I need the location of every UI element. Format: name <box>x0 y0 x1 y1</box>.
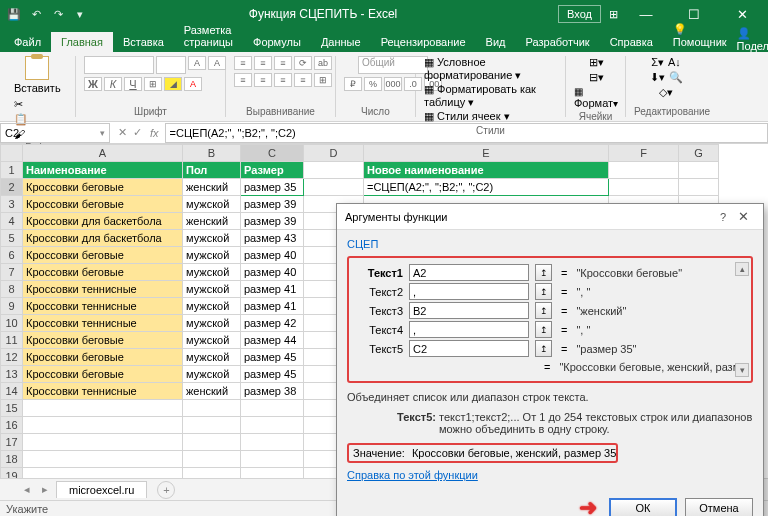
sheet-tab[interactable]: microexcel.ru <box>56 481 147 498</box>
cell-B8[interactable]: мужской <box>183 281 241 298</box>
format-table-button[interactable]: ▦ Форматировать как таблицу ▾ <box>424 83 557 109</box>
cell-B18[interactable] <box>183 451 241 468</box>
col-header-D[interactable]: D <box>304 145 364 162</box>
ribbon-options-icon[interactable]: ⊞ <box>609 8 618 21</box>
cell-G2[interactable] <box>679 179 719 196</box>
underline-button[interactable]: Ч <box>124 77 142 91</box>
row-header-16[interactable]: 16 <box>1 417 23 434</box>
cell-A13[interactable]: Кроссовки беговые <box>23 366 183 383</box>
font-select[interactable] <box>84 56 154 74</box>
dialog-close-icon[interactable]: ✕ <box>732 209 755 224</box>
cell-B2[interactable]: женский <box>183 179 241 196</box>
cancel-formula-icon[interactable]: ✕ <box>118 126 127 139</box>
cell-A7[interactable]: Кроссовки беговые <box>23 264 183 281</box>
cell-A12[interactable]: Кроссовки беговые <box>23 349 183 366</box>
sheet-nav-prev-icon[interactable]: ◂ <box>20 483 34 496</box>
cell-C5[interactable]: размер 43 <box>241 230 304 247</box>
arg-ref-button-3[interactable]: ↥ <box>535 321 552 338</box>
row-header-7[interactable]: 7 <box>1 264 23 281</box>
clear-icon[interactable]: ◇▾ <box>659 86 673 98</box>
row-header-12[interactable]: 12 <box>1 349 23 366</box>
dialog-help-icon[interactable]: ? <box>714 211 732 223</box>
cell-G1[interactable] <box>679 162 719 179</box>
cell-C11[interactable]: размер 44 <box>241 332 304 349</box>
cell-A14[interactable]: Кроссовки теннисные <box>23 383 183 400</box>
add-sheet-button[interactable]: + <box>157 481 175 499</box>
cell-A8[interactable]: Кроссовки теннисные <box>23 281 183 298</box>
row-header-4[interactable]: 4 <box>1 213 23 230</box>
fx-icon[interactable]: fx <box>150 127 165 139</box>
cell-C13[interactable]: размер 45 <box>241 366 304 383</box>
tab-insert[interactable]: Вставка <box>113 32 174 52</box>
args-scroll-up-icon[interactable]: ▴ <box>735 262 749 276</box>
percent-icon[interactable]: % <box>364 77 382 91</box>
font-color-button[interactable]: A <box>184 77 202 91</box>
row-header-13[interactable]: 13 <box>1 366 23 383</box>
cell-B14[interactable]: женский <box>183 383 241 400</box>
cell-A10[interactable]: Кроссовки теннисные <box>23 315 183 332</box>
row-header-10[interactable]: 10 <box>1 315 23 332</box>
cell-C10[interactable]: размер 42 <box>241 315 304 332</box>
minimize-button[interactable]: — <box>626 7 666 22</box>
formula-bar[interactable]: =СЦЕП(A2;", ";B2;", ";C2) <box>165 123 768 143</box>
row-header-6[interactable]: 6 <box>1 247 23 264</box>
tab-data[interactable]: Данные <box>311 32 371 52</box>
tab-view[interactable]: Вид <box>476 32 516 52</box>
tab-developer[interactable]: Разработчик <box>516 32 600 52</box>
ok-button[interactable]: ОК <box>609 498 677 517</box>
tab-file[interactable]: Файл <box>4 32 51 52</box>
share-button[interactable]: 👤 Поделиться <box>737 27 768 52</box>
arg-ref-button-2[interactable]: ↥ <box>535 302 552 319</box>
args-scroll-down-icon[interactable]: ▾ <box>735 363 749 377</box>
cell-C18[interactable] <box>241 451 304 468</box>
cell-C3[interactable]: размер 39 <box>241 196 304 213</box>
login-button[interactable]: Вход <box>558 5 601 23</box>
row-header-14[interactable]: 14 <box>1 383 23 400</box>
col-header-E[interactable]: E <box>364 145 609 162</box>
cell-B1[interactable]: Пол <box>183 162 241 179</box>
cell-C6[interactable]: размер 40 <box>241 247 304 264</box>
cell-C9[interactable]: размер 41 <box>241 298 304 315</box>
tab-layout[interactable]: Разметка страницы <box>174 20 243 52</box>
italic-button[interactable]: К <box>104 77 122 91</box>
sheet-nav-next-icon[interactable]: ▸ <box>38 483 52 496</box>
enter-formula-icon[interactable]: ✓ <box>133 126 142 139</box>
arg-input-0[interactable] <box>409 264 529 281</box>
col-header-G[interactable]: G <box>679 145 719 162</box>
paste-button[interactable]: Вставить <box>14 56 61 94</box>
sort-icon[interactable]: A↓ <box>668 56 681 69</box>
cell-A4[interactable]: Кроссовки для баскетбола <box>23 213 183 230</box>
cell-F2[interactable] <box>609 179 679 196</box>
cell-B9[interactable]: мужской <box>183 298 241 315</box>
row-header-3[interactable]: 3 <box>1 196 23 213</box>
tab-assistant[interactable]: 💡 Помощник <box>663 19 737 52</box>
cell-B3[interactable]: мужской <box>183 196 241 213</box>
row-header-2[interactable]: 2 <box>1 179 23 196</box>
merge-icon[interactable]: ⊞ <box>314 73 332 87</box>
cell-C8[interactable]: размер 41 <box>241 281 304 298</box>
cell-E2[interactable]: =СЦЕП(A2;", ";B2;", ";C2) <box>364 179 609 196</box>
redo-icon[interactable]: ↷ <box>50 6 66 22</box>
cell-C2[interactable]: размер 35 <box>241 179 304 196</box>
format-cells-button[interactable]: ▦ Формат▾ <box>574 86 618 109</box>
cell-A3[interactable]: Кроссовки беговые <box>23 196 183 213</box>
col-header-B[interactable]: B <box>183 145 241 162</box>
cell-C14[interactable]: размер 38 <box>241 383 304 400</box>
border-button[interactable]: ⊞ <box>144 77 162 91</box>
undo-icon[interactable]: ↶ <box>28 6 44 22</box>
cell-A1[interactable]: Наименование <box>23 162 183 179</box>
function-help-link[interactable]: Справка по этой функции <box>347 469 478 481</box>
cell-B6[interactable]: мужской <box>183 247 241 264</box>
qat-dropdown-icon[interactable]: ▾ <box>72 6 88 22</box>
save-icon[interactable]: 💾 <box>6 6 22 22</box>
bold-button[interactable]: Ж <box>84 77 102 91</box>
align-left-icon[interactable]: ≡ <box>234 73 252 87</box>
cell-B15[interactable] <box>183 400 241 417</box>
cell-B7[interactable]: мужской <box>183 264 241 281</box>
row-header-18[interactable]: 18 <box>1 451 23 468</box>
cell-B12[interactable]: мужской <box>183 349 241 366</box>
cell-F1[interactable] <box>609 162 679 179</box>
cell-B16[interactable] <box>183 417 241 434</box>
cell-C12[interactable]: размер 45 <box>241 349 304 366</box>
align-bot-icon[interactable]: ≡ <box>274 56 292 70</box>
